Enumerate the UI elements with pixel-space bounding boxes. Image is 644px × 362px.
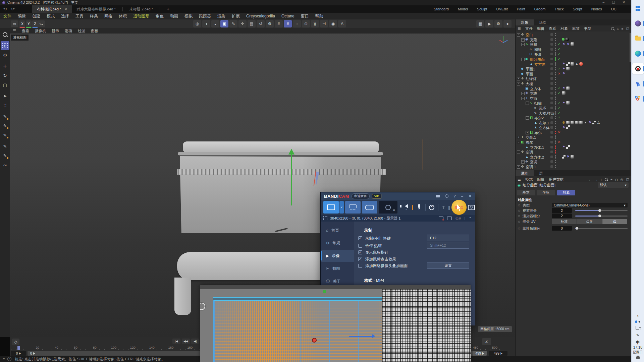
checkbox[interactable]: ✓ [358, 250, 362, 254]
subtab-坐标[interactable]: 坐标 [537, 190, 555, 195]
viewport-menu-item[interactable]: 面板 [91, 28, 98, 34]
menu-item[interactable]: 帮助 [315, 13, 323, 19]
param-diamond-icon[interactable]: ◇ [518, 227, 520, 230]
broadcast-icon[interactable]: ((·)) [455, 217, 461, 220]
mirror-settings-icon[interactable]: ⊣ [320, 20, 328, 27]
render-dot[interactable] [555, 59, 556, 61]
spline-pen-tool[interactable]: ✎ [1, 112, 9, 121]
menu-item[interactable]: 文件 [3, 13, 11, 19]
render-dot[interactable] [555, 128, 556, 129]
visibility-dot[interactable] [555, 57, 556, 59]
visibility-dot[interactable] [555, 160, 556, 161]
modeling-cube-icon[interactable]: ▣ [220, 20, 228, 27]
edit-toggle-icon[interactable] [550, 67, 553, 70]
enable-state-icon[interactable]: ✕ [558, 72, 560, 75]
render-view-button[interactable]: ▦ [476, 20, 484, 27]
render-dot[interactable] [555, 118, 556, 119]
end-frame-field[interactable]: 499 F [489, 351, 507, 356]
tree-row[interactable]: ▲布尔.1⚙▲⚑△ [516, 120, 630, 125]
device-record-mode-button[interactable]: HDMI [345, 201, 361, 214]
popout-icon[interactable]: ◱ [626, 27, 629, 31]
tree-row[interactable]: ○圆环✓ [516, 47, 630, 52]
spline-square-tool[interactable]: ✎ [1, 121, 9, 130]
render-view-icon[interactable]: ◎ [193, 20, 201, 27]
attr-menu-item[interactable]: 模式 [525, 177, 533, 182]
tab-场次[interactable]: 场次 [534, 19, 552, 25]
object-name[interactable]: 空调.1 [526, 165, 536, 170]
render-dot[interactable] [555, 74, 556, 75]
workplane-icon[interactable]: ▭ [11, 20, 18, 27]
clock-icon[interactable] [445, 194, 448, 198]
tag-mat-icon[interactable] [571, 155, 574, 159]
edit-toggle-icon[interactable] [550, 43, 553, 46]
tag-checker-icon[interactable] [562, 155, 566, 159]
format-row[interactable]: 格式 - MP4 [364, 278, 384, 284]
menu-item[interactable]: 编辑 [18, 13, 26, 19]
search-icon[interactable] [605, 178, 608, 181]
ime-indicator[interactable]: 中 [632, 340, 644, 346]
enable-state-icon[interactable]: ✓ [558, 91, 560, 95]
tag-tri-icon[interactable]: ▲ [584, 121, 587, 124]
tag-mat-icon[interactable] [579, 121, 583, 124]
edge-browser-icon[interactable] [632, 48, 644, 59]
expander-icon[interactable]: − [517, 33, 520, 37]
snap-settings-icon[interactable]: ⚙ [266, 20, 274, 27]
edit-toggle-icon[interactable] [550, 136, 553, 138]
tag-flag-icon[interactable]: ⚑ [562, 62, 566, 66]
tag-checker-icon[interactable] [592, 121, 596, 124]
webcam-button[interactable]: ✕ [379, 201, 397, 214]
fcurve-icon[interactable]: ∠ [482, 338, 491, 345]
layout-preset-oc[interactable]: OC [611, 7, 617, 11]
tag-mat-icon[interactable] [571, 42, 574, 46]
edit-toggle-icon[interactable] [550, 156, 553, 158]
tray-chevron-icon[interactable]: ‹ [632, 313, 644, 318]
visibility-dot[interactable] [555, 140, 556, 142]
tag-tri-icon[interactable]: ▲ [575, 62, 579, 66]
viewport-menu-item[interactable]: 选项 [65, 28, 72, 34]
tree-row[interactable]: −∿扫描✓⚑⚑ [516, 42, 630, 47]
wireframe-viewport-window[interactable] [200, 285, 471, 362]
option-边界[interactable]: 边界 [577, 219, 602, 224]
menu-item[interactable]: 样条 [90, 13, 98, 19]
playback-button[interactable]: |◀ [172, 339, 180, 344]
keyframe-icon[interactable]: ◇ [12, 339, 19, 345]
layout-preset-track[interactable]: Track [554, 7, 564, 11]
tree-row[interactable]: ○圆环✓ [516, 106, 630, 111]
om-menu-item[interactable]: 标签 [572, 26, 580, 31]
checkbox[interactable]: ✓ [358, 236, 362, 240]
expander-icon[interactable]: + [521, 92, 525, 95]
menu-item[interactable]: 角色 [156, 13, 164, 19]
visibility-dot[interactable] [555, 67, 556, 68]
render-dot[interactable] [555, 162, 556, 163]
document-tab[interactable]: 未标题 2.c4d * [125, 5, 158, 13]
up-icon[interactable]: ↑ [600, 178, 602, 181]
select-move-tool[interactable]: ➤ [1, 92, 9, 100]
tag-mat-icon[interactable] [562, 91, 566, 95]
param-diamond-icon[interactable]: ◇ [518, 214, 520, 218]
workplane-tool-icon[interactable]: ▤ [248, 20, 256, 27]
visibility-dot[interactable] [555, 135, 556, 137]
param-slider[interactable] [575, 216, 628, 217]
visibility-dot[interactable] [555, 116, 556, 117]
param-slider[interactable] [575, 228, 628, 229]
tag-flag2-icon[interactable]: ⚑ [562, 42, 566, 46]
render-dot[interactable] [555, 113, 556, 115]
tree-row[interactable]: +✛红绿灯 [516, 76, 630, 81]
tag-mat-icon[interactable] [571, 121, 574, 124]
target-icon[interactable]: ◎ [621, 178, 624, 181]
tag-flag-icon[interactable]: ⚑ [562, 72, 566, 75]
grid-quantize-icon[interactable]: # [275, 20, 283, 27]
render-dot[interactable] [555, 152, 556, 154]
wireframe-z-arrow[interactable] [349, 336, 372, 337]
render-dot[interactable] [555, 123, 556, 124]
edit-toggle-icon[interactable] [550, 58, 553, 60]
visibility-dot[interactable] [555, 82, 556, 83]
tag-flag-icon[interactable]: ⚑ [566, 42, 570, 46]
bandicam-app-icon[interactable] [632, 63, 644, 74]
menu-item[interactable]: 扩展 [232, 13, 240, 19]
mouse-click-effect-button[interactable] [427, 201, 436, 214]
text-overlay-button[interactable]: T [440, 201, 447, 214]
live-select-tool[interactable]: ▸ [1, 41, 9, 50]
option-边[interactable]: 边 [602, 219, 627, 224]
tag-gear-icon[interactable]: ⚙ [562, 121, 566, 124]
